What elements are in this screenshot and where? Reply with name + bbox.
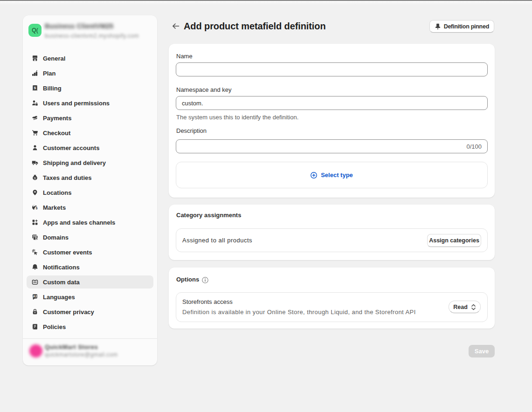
svg-text:A: A bbox=[33, 295, 35, 298]
svg-text:$: $ bbox=[34, 86, 36, 90]
svg-text:$: $ bbox=[35, 206, 37, 210]
